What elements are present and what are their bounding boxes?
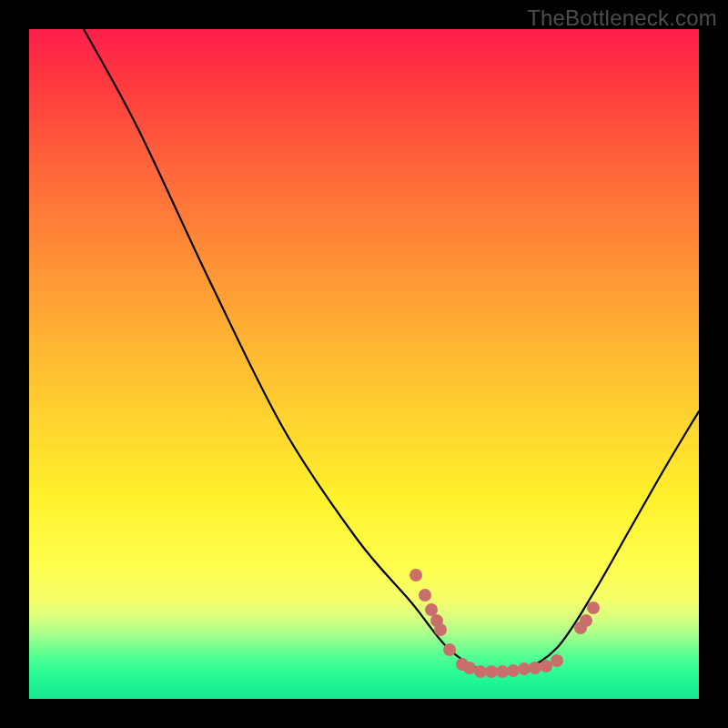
- marker-dot: [540, 660, 552, 672]
- marker-dot: [551, 654, 563, 667]
- chart-svg: [29, 29, 699, 699]
- marker-dot: [443, 643, 456, 656]
- marker-dot: [425, 603, 438, 616]
- marker-dot: [434, 623, 447, 636]
- plot-area: [29, 29, 699, 699]
- marker-dot: [496, 665, 509, 678]
- chart-frame: TheBottleneck.com: [0, 0, 728, 728]
- marker-dot: [419, 589, 431, 602]
- marker-dot: [518, 662, 531, 675]
- marker-dot: [529, 662, 541, 674]
- marker-dot: [463, 662, 476, 674]
- bottleneck-curve: [84, 29, 699, 673]
- marker-group: [410, 569, 600, 678]
- marker-dot: [507, 664, 520, 677]
- marker-dot: [474, 665, 487, 678]
- marker-dot: [580, 614, 592, 627]
- marker-dot: [587, 602, 600, 614]
- watermark-label: TheBottleneck.com: [527, 5, 717, 31]
- marker-dot: [410, 569, 422, 581]
- marker-dot: [485, 665, 498, 678]
